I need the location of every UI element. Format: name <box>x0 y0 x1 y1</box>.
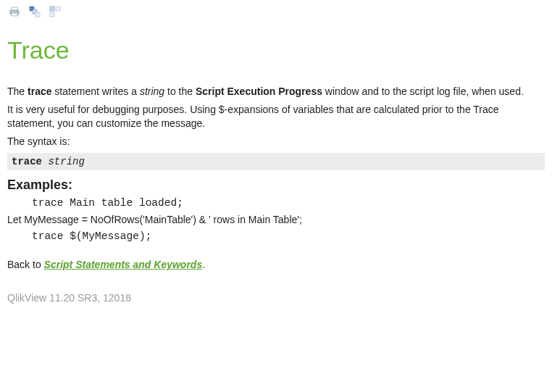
text: to the <box>164 86 196 97</box>
toolbar <box>0 0 552 23</box>
syntax-keyword: trace <box>12 156 42 167</box>
back-link[interactable]: Script Statements and Keywords <box>44 259 203 270</box>
text: window and to the script log file, when … <box>322 86 524 97</box>
svg-rect-7 <box>50 7 54 11</box>
svg-rect-9 <box>50 12 54 17</box>
syntax-box: trace string <box>7 153 545 170</box>
text: The <box>7 86 28 97</box>
version-text: QlikView 11.20 SR3, 12018 <box>7 292 545 304</box>
syntax-argument: string <box>48 156 84 167</box>
keyword-trace: trace <box>28 86 51 97</box>
svg-rect-6 <box>35 12 40 17</box>
page-title: Trace <box>7 36 545 64</box>
text: Back to <box>7 259 44 270</box>
svg-point-3 <box>17 11 18 12</box>
example-let-line: Let MyMessage = NoOfRows('MainTable') & … <box>7 213 545 227</box>
intro-paragraph-1: The trace statement writes a string to t… <box>7 85 545 99</box>
example-code-2: trace $(MyMessage); <box>32 230 545 242</box>
print-icon[interactable] <box>9 6 20 17</box>
intro-paragraph-2: It is very useful for debugging purposes… <box>7 103 545 130</box>
svg-rect-1 <box>12 7 17 10</box>
text: statement writes a <box>51 86 139 97</box>
content: Trace The trace statement writes a strin… <box>0 36 552 318</box>
collapse-all-icon[interactable] <box>49 6 61 17</box>
syntax-label: The syntax is: <box>7 135 545 149</box>
examples-heading: Examples: <box>7 178 545 193</box>
window-name: Script Execution Progress <box>196 86 322 97</box>
text: . <box>202 259 205 270</box>
svg-rect-2 <box>12 13 17 16</box>
param-string: string <box>140 86 164 97</box>
svg-rect-8 <box>56 7 60 11</box>
back-link-line: Back to Script Statements and Keywords. <box>7 258 545 272</box>
example-code-1: trace Main table loaded; <box>32 197 545 209</box>
expand-all-icon[interactable] <box>29 6 41 17</box>
